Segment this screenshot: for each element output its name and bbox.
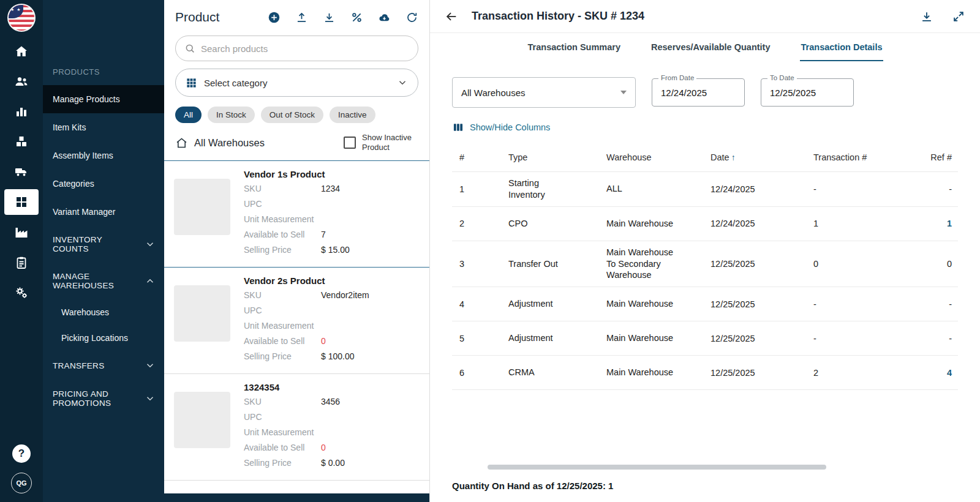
category-select[interactable]: Select category <box>175 69 418 97</box>
horizontal-scrollbar[interactable] <box>488 465 826 470</box>
warehouse-select[interactable]: All Warehouses <box>452 77 636 108</box>
sidebar-item-assembly-items[interactable]: Assembly Items <box>43 141 164 170</box>
ref-link[interactable]: 4 <box>947 368 952 378</box>
sidebar-item-picking-locations[interactable]: Picking Locations <box>43 325 164 351</box>
table-row: 5AdjustmentMain Warehouse12/25/2025-- <box>452 321 958 356</box>
upload-icon[interactable] <box>295 11 308 24</box>
show-inactive-checkbox[interactable] <box>344 137 356 149</box>
chevron-up-icon <box>145 275 156 287</box>
chevron-down-icon <box>397 77 408 88</box>
sidebar-item-warehouses[interactable]: Warehouses <box>43 299 164 325</box>
back-arrow-icon[interactable] <box>445 10 458 23</box>
product-list-scrollbar[interactable] <box>164 493 429 502</box>
field-value: 1234 <box>321 181 340 197</box>
truck-icon[interactable] <box>7 159 36 184</box>
field-label: Unit Measurement <box>244 212 321 227</box>
sidebar-item-categories[interactable]: Categories <box>43 170 164 198</box>
chart-icon[interactable] <box>7 99 36 124</box>
cell-ref: - <box>919 299 958 309</box>
sidebar-item-item-kits[interactable]: Item Kits <box>43 113 164 141</box>
product-card[interactable]: Vendor 1s ProductSKU1234UPCUnit Measurem… <box>164 160 429 268</box>
product-name: Vendor 2s Product <box>244 275 420 286</box>
help-icon[interactable]: ? <box>12 444 31 463</box>
field-value: $ 0.00 <box>321 455 345 471</box>
filter-chip-inactive[interactable]: Inactive <box>330 107 375 123</box>
add-icon[interactable] <box>268 11 281 24</box>
product-field-row: Available to Sell0 <box>244 334 420 349</box>
sidebar-group-inventory-counts[interactable]: INVENTORY COUNTS <box>43 226 164 263</box>
cell-type: CRMA <box>508 367 606 378</box>
sidebar: PRODUCTSManage ProductsItem KitsAssembly… <box>43 0 164 502</box>
product-field-row: Available to Sell0 <box>244 440 420 455</box>
people-icon[interactable] <box>7 69 36 94</box>
sidebar-group-manage-warehouses[interactable]: MANAGE WAREHOUSES <box>43 263 164 299</box>
to-date-label: To Date <box>767 74 797 81</box>
product-card[interactable]: Vendor 2s ProductSKUVendor2itemUPCUnit M… <box>164 268 429 374</box>
transaction-table: # Type Warehouse Date↑ Transaction # Ref… <box>452 143 958 390</box>
field-value: 0 <box>321 334 326 349</box>
icon-rail: ? QG <box>0 0 43 502</box>
app-logo[interactable] <box>7 4 36 32</box>
sidebar-group-pricing-and-promotions[interactable]: PRICING AND PROMOTIONS <box>43 380 164 417</box>
header-date[interactable]: Date↑ <box>710 152 813 162</box>
tab-reserves-available-quantity[interactable]: Reserves/Available Quantity <box>650 33 772 61</box>
cell-transaction: - <box>813 184 919 194</box>
field-value: 0 <box>321 440 326 455</box>
from-date-field[interactable]: From Date 12/24/2025 <box>652 78 745 107</box>
cloud-download-icon[interactable] <box>378 11 391 24</box>
search-input[interactable] <box>201 43 409 54</box>
product-image-placeholder <box>174 179 230 235</box>
sidebar-group-transfers[interactable]: TRANSFERS <box>43 351 164 380</box>
cell-warehouse: Main Warehouse <box>606 332 710 344</box>
ref-link[interactable]: 1 <box>947 219 952 228</box>
filter-chip-out-of-stock[interactable]: Out of Stock <box>261 107 323 123</box>
nav-section-products: PRODUCTS <box>43 59 164 85</box>
tab-transaction-summary[interactable]: Transaction Summary <box>527 33 622 61</box>
product-card[interactable]: 1324354SKU3456UPCUnit MeasurementAvailab… <box>164 374 429 481</box>
avatar[interactable]: QG <box>11 473 32 493</box>
percent-icon[interactable] <box>350 11 363 24</box>
product-field-row: SKU1234 <box>244 181 420 197</box>
cell-date: 12/25/2025 <box>710 259 813 269</box>
clipboard-icon <box>14 255 29 270</box>
gears-icon[interactable] <box>7 280 36 305</box>
grid-icon[interactable] <box>4 189 39 215</box>
home-icon <box>175 137 188 149</box>
product-image-placeholder <box>174 392 230 448</box>
nav-group-label: INVENTORY COUNTS <box>53 235 140 253</box>
table-row: 6CRMAMain Warehouse12/25/202524 <box>452 356 958 390</box>
dropdown-caret-icon <box>620 91 627 94</box>
filter-chip-all[interactable]: All <box>175 107 202 123</box>
download-icon[interactable] <box>323 11 336 24</box>
chevron-down-icon <box>145 239 156 250</box>
to-date-field[interactable]: To Date 12/25/2025 <box>761 78 854 107</box>
factory-icon[interactable] <box>7 220 36 245</box>
field-label: Selling Price <box>244 455 321 471</box>
download-icon[interactable] <box>920 10 933 23</box>
sidebar-item-manage-products[interactable]: Manage Products <box>43 85 164 113</box>
warehouse-select-value: All Warehouses <box>461 88 526 98</box>
refresh-icon[interactable] <box>405 11 418 24</box>
transaction-header: Transaction History - SKU # 1234 <box>430 0 980 33</box>
field-label: SKU <box>244 288 321 303</box>
product-field-row: UPC <box>244 303 420 318</box>
clipboard-icon[interactable] <box>7 250 36 275</box>
cell-type: Adjustment <box>508 298 606 310</box>
sidebar-item-variant-manager[interactable]: Variant Manager <box>43 198 164 226</box>
boxes-icon[interactable] <box>7 129 36 154</box>
product-field-row: Selling Price$ 0.00 <box>244 455 420 471</box>
filter-chip-in-stock[interactable]: In Stock <box>208 107 255 123</box>
tab-transaction-details[interactable]: Transaction Details <box>800 33 884 61</box>
product-search[interactable] <box>175 36 418 61</box>
field-label: Available to Sell <box>244 440 321 455</box>
expand-icon[interactable] <box>952 10 965 23</box>
truck-icon <box>14 164 29 179</box>
ref-value: - <box>949 334 952 343</box>
home-icon[interactable] <box>7 39 36 64</box>
cell-transaction: 2 <box>813 368 919 378</box>
category-grid-icon <box>186 77 197 89</box>
show-hide-columns-link[interactable]: Show/Hide Columns <box>452 121 550 133</box>
nav-group-label: PRICING AND PROMOTIONS <box>53 389 140 408</box>
header-number: # <box>452 152 508 162</box>
warehouse-filter-label[interactable]: All Warehouses <box>194 137 337 149</box>
